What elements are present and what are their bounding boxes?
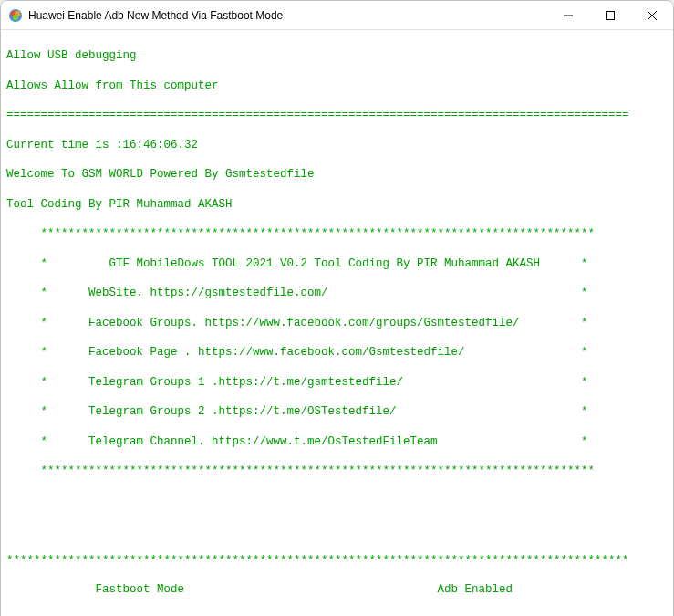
window-controls xyxy=(547,1,673,30)
close-button[interactable] xyxy=(631,1,673,30)
app-window: Huawei Enable Adb New Method Via Fastboo… xyxy=(0,0,674,616)
term-modes-header: Fastboot Mode Adb Enabled xyxy=(6,582,668,597)
term-line: Tool Coding By PIR Muhammad AKASH xyxy=(6,197,668,212)
term-line: Allows Allow from This computer xyxy=(6,78,668,93)
close-icon xyxy=(648,11,657,20)
term-starline: ****************************************… xyxy=(6,464,668,478)
svg-rect-5 xyxy=(607,11,615,19)
window-title: Huawei Enable Adb New Method Via Fastboo… xyxy=(28,9,547,22)
term-banner: * Facebook Groups. https://www.facebook.… xyxy=(6,316,668,330)
minimize-icon xyxy=(564,11,573,20)
term-blank xyxy=(6,612,668,616)
term-banner: * Facebook Page . https://www.facebook.c… xyxy=(6,345,668,360)
maximize-icon xyxy=(606,11,615,20)
term-banner: * WebSite. https://gsmtestedfile.com/ * xyxy=(6,286,668,300)
term-blank xyxy=(6,523,668,538)
terminal-output: Allow USB debugging Allows Allow from Th… xyxy=(1,30,673,616)
term-banner: * Telegram Groups 1 .https://t.me/gsmtes… xyxy=(6,375,668,390)
maximize-button[interactable] xyxy=(589,1,631,30)
term-separator: ****************************************… xyxy=(6,553,668,568)
term-blank xyxy=(6,494,668,508)
term-line: Welcome To GSM WORLD Powered By Gsmteste… xyxy=(6,167,668,182)
term-banner: * GTF MobileDows TOOL 2021 V0.2 Tool Cod… xyxy=(6,256,668,271)
minimize-button[interactable] xyxy=(547,1,589,30)
term-starline: ****************************************… xyxy=(6,226,668,241)
svg-point-3 xyxy=(13,14,18,19)
titlebar: Huawei Enable Adb New Method Via Fastboo… xyxy=(1,1,673,30)
term-banner: * Telegram Groups 2 .https://t.me/OSTest… xyxy=(6,404,668,419)
term-line: Current time is :16:46:06.32 xyxy=(6,138,668,152)
app-icon xyxy=(8,8,23,23)
term-banner: * Telegram Channel. https://www.t.me/OsT… xyxy=(6,434,668,449)
term-separator: ========================================… xyxy=(6,108,668,122)
term-line: Allow USB debugging xyxy=(6,48,668,63)
